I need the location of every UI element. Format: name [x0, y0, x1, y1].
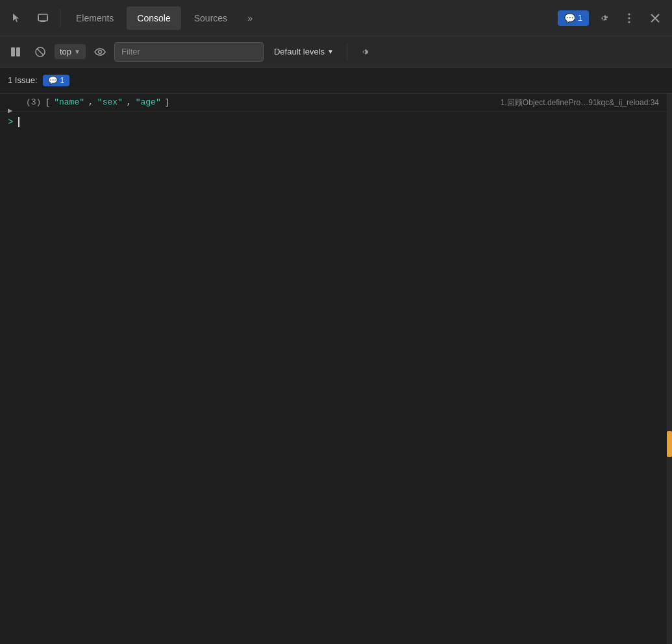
settings-button[interactable] — [591, 6, 615, 30]
svg-rect-10 — [16, 47, 20, 56]
log-entry: 1.回顾Object.definePro…91kqc&_ij_reload:34… — [0, 93, 672, 112]
log-sex-value: "sex" — [97, 97, 123, 107]
more-options-button[interactable] — [617, 6, 641, 30]
svg-point-5 — [628, 17, 630, 19]
live-expression-button[interactable] — [90, 42, 110, 62]
second-toolbar: top ▼ Default levels ▼ — [0, 36, 672, 68]
svg-rect-1 — [40, 21, 45, 22]
svg-line-12 — [37, 49, 44, 55]
issue-bar-badge-count: 1 — [60, 76, 65, 85]
cursor-prompt: > — [8, 117, 13, 127]
issue-bar-badge[interactable]: 💬 1 — [43, 75, 70, 86]
second-divider — [347, 43, 347, 61]
device-toolbar-button[interactable] — [31, 6, 55, 30]
issue-count: 1 — [578, 13, 582, 23]
close-button[interactable] — [643, 6, 667, 30]
divider-1 — [60, 9, 60, 27]
log-name-value: "name" — [54, 97, 84, 107]
issue-bar-text: 1 Issue: — [8, 75, 38, 85]
svg-rect-9 — [11, 47, 15, 56]
expand-arrow[interactable]: ▶ — [8, 106, 12, 116]
issue-badge[interactable]: 💬 1 — [558, 10, 589, 26]
scrollbar-track[interactable] — [667, 93, 672, 644]
log-source-link[interactable]: 1.回顾Object.definePro…91kqc&_ij_reload:34 — [501, 98, 659, 107]
svg-rect-2 — [38, 16, 39, 20]
log-close-bracket: ] — [165, 97, 170, 107]
frame-selector-chevron: ▼ — [74, 48, 81, 55]
console-settings-button[interactable] — [354, 42, 375, 62]
issue-bar: 1 Issue: 💬 1 — [0, 68, 672, 93]
svg-point-4 — [628, 13, 630, 15]
issue-icon: 💬 — [564, 13, 575, 23]
log-levels-label: Default levels — [274, 47, 325, 56]
svg-point-6 — [628, 21, 630, 23]
svg-rect-0 — [38, 14, 47, 21]
more-tabs-button[interactable]: » — [240, 8, 260, 28]
scrollbar-thumb[interactable] — [667, 431, 672, 457]
clear-console-button[interactable] — [30, 42, 51, 62]
log-source[interactable]: 1.回顾Object.definePro…91kqc&_ij_reload:34 — [501, 97, 659, 108]
svg-rect-3 — [47, 16, 48, 20]
tab-console[interactable]: Console — [127, 6, 180, 30]
cursor-blink — [18, 117, 19, 127]
filter-input[interactable] — [114, 42, 264, 62]
issue-bar-badge-icon: 💬 — [48, 76, 58, 85]
log-levels-button[interactable]: Default levels ▼ — [268, 42, 340, 62]
log-levels-chevron: ▼ — [327, 48, 334, 55]
select-tool-button[interactable] — [5, 6, 29, 30]
log-comma-2: , — [127, 97, 132, 107]
run-script-button[interactable] — [5, 42, 26, 62]
tab-sources[interactable]: Sources — [184, 6, 238, 30]
log-count: (3) — [26, 97, 41, 107]
frame-selector-label: top — [60, 47, 71, 56]
log-open-bracket: [ — [45, 97, 50, 107]
log-comma-1: , — [88, 97, 93, 107]
log-age-value: "age" — [136, 97, 161, 107]
svg-point-13 — [98, 50, 101, 53]
frame-selector[interactable]: top ▼ — [55, 44, 86, 59]
tab-elements[interactable]: Elements — [66, 6, 124, 30]
cursor-line[interactable]: > — [0, 112, 672, 132]
top-toolbar: Elements Console Sources » 💬 1 — [0, 0, 672, 36]
console-area: 1.回顾Object.definePro…91kqc&_ij_reload:34… — [0, 93, 672, 644]
